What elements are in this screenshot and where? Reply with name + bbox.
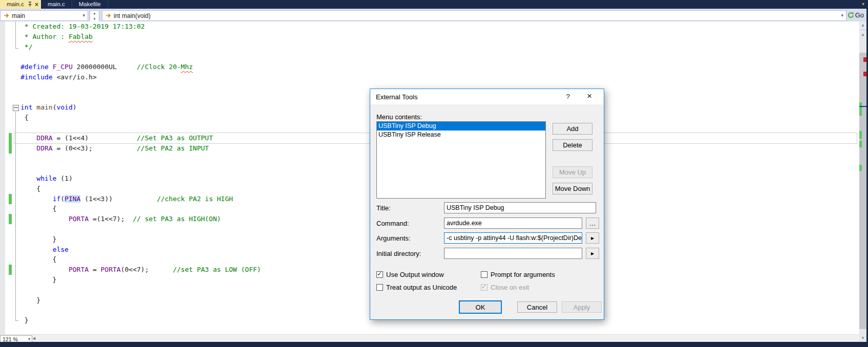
close-on-exit-label: Close on exit	[491, 284, 529, 291]
treat-output-as-unicode-checkbox[interactable]: Treat output as Unicode	[376, 284, 457, 291]
scroll-left-icon: ◄	[32, 336, 36, 341]
navbar-spinner[interactable]: ▴ ▾	[90, 10, 99, 22]
tab-overflow-icon[interactable]: ▾	[862, 1, 864, 7]
editor-zoom-value: 121 %	[3, 336, 18, 342]
command-label: Command:	[376, 220, 409, 227]
apply-button: Apply	[562, 301, 602, 313]
checkbox-icon: ✓	[376, 271, 383, 278]
go-button[interactable]: Go	[848, 10, 864, 20]
prompt-for-arguments-label: Prompt for arguments	[491, 271, 555, 278]
scrollbar-mark-caret	[859, 106, 866, 107]
tab-label: main.c	[7, 0, 24, 9]
scroll-up-icon: ▲	[861, 32, 865, 37]
title-label: Title:	[376, 204, 391, 212]
tab-Makefile[interactable]: Makefile	[72, 0, 108, 9]
pin-icon[interactable]	[28, 2, 32, 7]
scrollbar-mark-change	[859, 141, 862, 147]
tab-main.c[interactable]: main.c×	[0, 0, 41, 9]
tab-label: Makefile	[79, 0, 101, 9]
arguments-arrow-button[interactable]: ▶	[586, 232, 599, 244]
command-input[interactable]: avrdude.exe	[444, 218, 582, 229]
use-output-window-checkbox[interactable]: ✓Use Output window	[376, 271, 444, 278]
close-icon[interactable]: ×	[583, 91, 596, 101]
arguments-input[interactable]: -c usbtiny -p attiny44 -U flash:w:$(Proj…	[444, 232, 582, 244]
check-icon: ✓	[481, 283, 486, 290]
ide-window: main.c×main.cMakefile ▾ main ▾ ▴ ▾ int m…	[0, 0, 868, 347]
scroll-down-button[interactable]: ▼	[859, 334, 866, 342]
check-icon: ✓	[377, 270, 382, 277]
split-down-icon: ▾	[862, 26, 863, 27]
tab-list: main.c×main.cMakefile	[0, 0, 108, 9]
external-tools-dialog: External Tools ? × Menu contents: USBTin…	[370, 89, 604, 320]
scrollbar-mark-change	[859, 102, 862, 116]
change-bar	[9, 143, 12, 154]
split-editor-handle[interactable]: ▴ ▾	[859, 21, 866, 30]
change-bar	[9, 133, 12, 143]
scope-dropdown-value: main	[12, 12, 25, 19]
code-line[interactable]: * Created: 19-03-2019 17:13:02	[20, 21, 859, 32]
title-input[interactable]: USBTiny ISP Debug	[444, 202, 596, 213]
navigation-bar: main ▾ ▴ ▾ int main(void) ▾ Go	[0, 9, 868, 22]
chevron-down-icon: ▾	[82, 13, 85, 18]
tab-main.c[interactable]: main.c	[41, 0, 72, 9]
close-on-exit-checkbox: ✓Close on exit	[481, 284, 529, 291]
arguments-label: Arguments:	[376, 234, 410, 242]
initial-directory-label: Initial directory:	[376, 250, 421, 257]
tab-label: main.c	[48, 0, 65, 9]
member-arrow-icon	[105, 13, 111, 18]
menu-contents-label: Menu contents:	[376, 113, 422, 121]
change-bar	[9, 265, 12, 275]
list-item[interactable]: USBTiny ISP Debug	[377, 122, 545, 131]
code-line[interactable]: * Author : Fablab	[20, 32, 859, 42]
scroll-up-button[interactable]: ▲	[859, 30, 866, 38]
move-up-button: Move Up	[553, 166, 592, 178]
move-down-button[interactable]: Move Down	[553, 183, 592, 194]
help-button[interactable]: ?	[563, 93, 573, 100]
code-line[interactable]	[20, 52, 859, 62]
checkbox-icon	[376, 284, 383, 291]
status-bar	[0, 342, 868, 347]
spinner-down-icon[interactable]: ▾	[94, 17, 96, 21]
prompt-for-arguments-checkbox[interactable]: Prompt for arguments	[481, 271, 555, 278]
member-arrow-icon	[4, 13, 9, 18]
dialog-title: External Tools	[376, 93, 417, 101]
vertical-scrollbar[interactable]: ▴ ▾ ▲ ▼	[859, 21, 866, 342]
use-output-window-label: Use Output window	[386, 271, 444, 278]
editor-bottom-bar: 121 % ▾ ◄	[0, 334, 859, 342]
change-bar	[9, 194, 12, 204]
scrollbar-mark-change	[859, 165, 862, 171]
scope-dropdown[interactable]: main ▾	[0, 10, 88, 21]
go-button-label: Go	[855, 11, 864, 19]
add-button[interactable]: Add	[553, 123, 592, 135]
member-dropdown[interactable]: int main(void) ▾	[102, 10, 846, 21]
change-bar	[9, 214, 12, 224]
chevron-down-icon: ▾	[841, 13, 843, 18]
scrollbar-mark-change	[859, 131, 862, 139]
ok-button[interactable]: OK	[459, 300, 502, 314]
cancel-button[interactable]: Cancel	[517, 301, 557, 313]
checkbox-icon: ✓	[481, 284, 488, 291]
checkbox-icon	[481, 271, 488, 278]
spinner-up-icon[interactable]: ▴	[94, 11, 96, 15]
scroll-down-icon: ▼	[861, 336, 865, 340]
initial-directory-arrow-button[interactable]: ▶	[586, 248, 599, 259]
dialog-title-bar[interactable]: External Tools ? ×	[370, 89, 604, 104]
scroll-left-button[interactable]: ◄	[32, 336, 36, 341]
code-line[interactable]: #define F_CPU 20000000UL //Clock 20-Mhz	[20, 62, 859, 72]
go-refresh-icon	[848, 12, 854, 18]
vertical-scrollbar-thumb[interactable]	[859, 53, 866, 329]
code-line[interactable]: #include <avr/io.h>	[20, 72, 859, 82]
code-line[interactable]: */	[20, 42, 859, 52]
list-item[interactable]: USBTiny ISP Release	[377, 131, 545, 139]
close-icon[interactable]: ×	[35, 2, 38, 8]
command-browse-button[interactable]: …	[586, 218, 599, 229]
menu-contents-listbox[interactable]: USBTiny ISP DebugUSBTiny ISP Release	[376, 121, 546, 199]
initial-directory-input[interactable]	[444, 248, 582, 259]
chevron-down-icon: ▾	[28, 337, 30, 341]
delete-button[interactable]: Delete	[553, 139, 592, 151]
document-tab-strip: main.c×main.cMakefile	[0, 0, 868, 9]
treat-output-as-unicode-label: Treat output as Unicode	[386, 284, 457, 291]
member-dropdown-value: int main(void)	[114, 12, 151, 19]
